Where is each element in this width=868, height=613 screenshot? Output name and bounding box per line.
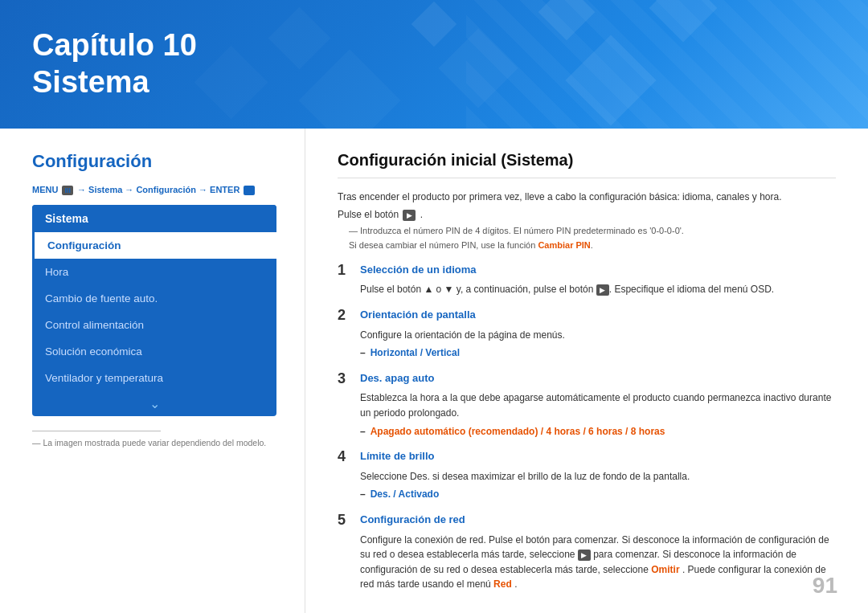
step-1: 1 Selección de un idioma Pulse el botón … (338, 262, 836, 297)
step-4: 4 Límite de brillo Seleccione Des. si de… (338, 448, 836, 502)
footnote-divider (32, 431, 161, 431)
step-5-title: Configuración de red (360, 512, 465, 525)
step-4-number: 4 (338, 448, 352, 466)
sistema-menu: Sistema Configuración Hora Cambio de fue… (32, 205, 276, 416)
step-5-number: 5 (338, 512, 352, 529)
step-2-number: 2 (338, 307, 352, 325)
step-2-dash: – Horizontal / Vertical (360, 345, 836, 361)
step-3: 3 Des. apag auto Establezca la hora a la… (338, 370, 836, 439)
step-5: 5 Configuración de red Configure la cone… (338, 512, 836, 592)
main-content: Configuración MENU III → Sistema → Confi… (0, 129, 868, 613)
step-2: 2 Orientación de pantalla Configure la o… (338, 307, 836, 361)
menu-item-cambio-fuente[interactable]: Cambio de fuente auto. (32, 285, 276, 312)
step-3-body: Establezca la hora a la que debe apagars… (338, 390, 836, 439)
step-4-dash: – Des. / Activado (360, 487, 836, 502)
step-4-body: Seleccione Des. si desea maximizar el br… (338, 469, 836, 502)
intro-text: Tras encender el producto por primera ve… (338, 190, 836, 204)
left-panel: Configuración MENU III → Sistema → Confi… (0, 129, 305, 613)
step-2-body: Configure la orientación de la página de… (338, 328, 836, 361)
menu-item-solucion-economica[interactable]: Solución económica (32, 338, 276, 365)
right-panel: Configuración inicial (Sistema) Tras enc… (305, 129, 868, 613)
step-3-title: Des. apag auto (360, 370, 434, 384)
note-line-2: Si desea cambiar el número PIN, use la f… (349, 239, 836, 252)
step-5-body: Configure la conexión de red. Pulse el b… (338, 533, 836, 592)
step-3-number: 3 (338, 370, 352, 388)
footnote-text: — La imagen mostrada puede variar depend… (32, 438, 276, 447)
page-title: Capítulo 10 Sistema (32, 27, 197, 100)
menu-item-hora[interactable]: Hora (32, 259, 276, 285)
step-1-number: 1 (338, 262, 352, 280)
note-block: — Introduzca el número PIN de 4 dígitos.… (338, 224, 836, 252)
pulse-text: Pulse el botón ▶ . (338, 209, 836, 221)
menu-item-configuracion[interactable]: Configuración (32, 232, 276, 259)
sistema-menu-header: Sistema (32, 205, 276, 232)
menu-path: MENU III → Sistema → Configuración → ENT… (32, 185, 276, 195)
menu-item-control-alimentacion[interactable]: Control alimentación (32, 312, 276, 338)
step-1-body: Pulse el botón ▲ o ▼ y, a continuación, … (338, 282, 836, 297)
note-line-1: — Introduzca el número PIN de 4 dígitos.… (349, 224, 836, 238)
chevron-down-icon: ⌄ (32, 391, 276, 416)
header-banner: Capítulo 10 Sistema (0, 0, 868, 129)
menu-item-ventilador[interactable]: Ventilador y temperatura (32, 365, 276, 391)
page-number: 91 (813, 573, 837, 599)
right-section-title: Configuración inicial (Sistema) (338, 151, 836, 178)
section-title: Configuración (32, 151, 276, 172)
step-2-title: Orientación de pantalla (360, 307, 476, 321)
step-4-title: Límite de brillo (360, 448, 434, 462)
step-1-title: Selección de un idioma (360, 262, 476, 276)
step-3-dash: – Apagado automático (recomendado) / 4 h… (360, 424, 836, 439)
